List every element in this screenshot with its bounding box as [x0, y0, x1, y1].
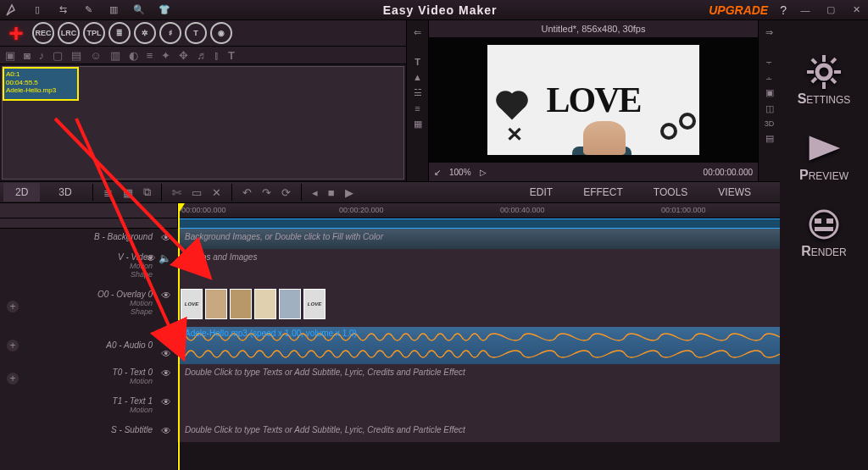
zoom-level[interactable]: 100%: [449, 168, 471, 177]
shirt-icon[interactable]: 👕: [158, 3, 171, 17]
eye-icon[interactable]: 👁: [161, 396, 171, 408]
battery-icon[interactable]: ▥: [110, 49, 120, 62]
lines-icon[interactable]: ≡: [415, 103, 420, 113]
track-head-audio[interactable]: + A0 - Audio 0 👁: [0, 327, 178, 364]
track-head-bg[interactable]: B - Background 👁: [0, 229, 178, 249]
menu-tools[interactable]: TOOLS: [654, 186, 687, 198]
eye-icon[interactable]: 👁: [161, 232, 171, 244]
tool-icon-1[interactable]: ⇆: [56, 3, 70, 17]
preview-button[interactable]: PREVIEW: [799, 130, 849, 183]
overlay-thumb[interactable]: [205, 289, 227, 319]
track-bg[interactable]: Background Images, or Double click to Fi…: [178, 229, 780, 249]
tune-icon[interactable]: ♬: [197, 49, 205, 62]
search-icon[interactable]: 🔍: [132, 3, 146, 17]
tl-undo-icon[interactable]: ↶: [241, 186, 253, 199]
person-icon[interactable]: ◉: [210, 22, 232, 44]
tl-prev-icon[interactable]: ◂: [310, 186, 320, 199]
list-icon[interactable]: ≣: [108, 22, 131, 44]
puzzle-icon[interactable]: ✥: [179, 49, 188, 62]
menu-views[interactable]: VIEWS: [718, 186, 751, 198]
tl-grid-icon[interactable]: ▦: [121, 186, 135, 199]
track-content[interactable]: 00:00:00.000 00:00:20.000 00:00:40.000 0…: [178, 203, 780, 470]
track-video[interactable]: Videos and Images: [178, 249, 780, 286]
help-button[interactable]: ?: [780, 3, 787, 17]
time-ruler[interactable]: 00:00:00.000 00:00:20.000 00:00:40.000 0…: [178, 203, 780, 218]
maximize-icon[interactable]: ▢: [824, 3, 837, 17]
pencil-icon[interactable]: ✎: [81, 3, 95, 17]
overlay-thumb[interactable]: [279, 289, 301, 319]
add-media-button[interactable]: +: [3, 25, 29, 41]
track-head-text1[interactable]: T1 - Text 1 👁 Motion: [0, 393, 178, 422]
playhead[interactable]: [178, 203, 180, 470]
menu-edit[interactable]: EDIT: [530, 186, 553, 198]
clip-icon[interactable]: ▢: [53, 49, 63, 62]
tl-cut-icon[interactable]: ▭: [190, 186, 203, 199]
align-h-icon[interactable]: ⫟: [765, 57, 774, 67]
music-note-icon[interactable]: ♪: [39, 49, 45, 62]
panels-icon[interactable]: ▥: [107, 3, 120, 17]
add-track-icon[interactable]: +: [7, 340, 19, 351]
bookmark-icon[interactable]: ▯: [31, 3, 44, 17]
track-head-video[interactable]: V - Video 👁 🔈 Motion Shape: [0, 249, 178, 286]
stroke-icon[interactable]: ☱: [414, 87, 422, 98]
eq-icon[interactable]: ⫿: [214, 49, 220, 62]
play-icon[interactable]: ▷: [480, 168, 487, 177]
close-icon[interactable]: ✕: [849, 3, 863, 17]
lyrics-button[interactable]: LRC: [58, 22, 80, 44]
overlay-thumb[interactable]: [230, 289, 252, 319]
upgrade-link[interactable]: UPGRADE: [709, 3, 768, 17]
tl-play-icon[interactable]: ▶: [343, 186, 355, 199]
tl-split-icon[interactable]: ✄: [170, 186, 183, 199]
track-text0[interactable]: Double Click to type Texts or Add Subtit…: [178, 364, 780, 393]
minimize-icon[interactable]: —: [798, 3, 812, 17]
menu-icon[interactable]: ≡: [147, 49, 153, 62]
text-overlay-icon[interactable]: T: [415, 57, 420, 67]
contrast-icon[interactable]: ◐: [129, 49, 138, 62]
eye-icon[interactable]: 👁: [161, 368, 171, 379]
tl-del-icon[interactable]: ✕: [210, 186, 223, 199]
eye-icon[interactable]: 👁: [161, 425, 171, 437]
grid-icon[interactable]: ♯: [159, 22, 181, 44]
template-button[interactable]: TPL: [83, 22, 105, 44]
lock-icon[interactable]: ▤: [765, 133, 774, 144]
bigtext-icon[interactable]: T: [228, 49, 235, 62]
track-overlay[interactable]: LOVE LOVE: [178, 286, 780, 327]
window-icon[interactable]: ◫: [765, 103, 774, 114]
track-text1[interactable]: [178, 393, 780, 422]
media-clip-audio[interactable]: A0:1 00:04:55.5 Adele-Hello.mp3: [3, 67, 79, 101]
text-tool-icon[interactable]: T: [185, 22, 207, 44]
smile-icon[interactable]: ☺: [90, 49, 101, 62]
seek-next-icon[interactable]: ⇒: [765, 27, 773, 38]
track-head-sub[interactable]: S - Subtitle 👁: [0, 422, 178, 442]
track-audio[interactable]: Adele-Hello.mp3 (speed x 1.00, volume x …: [178, 327, 780, 364]
overlay-clips[interactable]: LOVE LOVE: [178, 286, 328, 322]
flower-icon[interactable]: ✲: [134, 22, 156, 44]
shapes-icon[interactable]: ▲: [413, 72, 422, 82]
tl-redo-icon[interactable]: ↷: [260, 186, 273, 199]
preview-canvas[interactable]: LOVE ✕: [429, 37, 758, 163]
tl-refresh-icon[interactable]: ⟳: [280, 186, 292, 199]
tab-3d[interactable]: 3D: [47, 183, 83, 202]
view-imgs-icon[interactable]: ▣: [5, 49, 15, 62]
grid2-icon[interactable]: ▦: [414, 119, 422, 130]
sparkle-icon[interactable]: ✦: [161, 49, 170, 62]
track-head-text0[interactable]: + T0 - Text 0 👁 Motion: [0, 364, 178, 393]
layers-icon[interactable]: ▤: [71, 49, 81, 62]
toggle-icon[interactable]: ▣: [765, 87, 774, 98]
settings-button[interactable]: SETTINGS: [798, 54, 851, 107]
align-v-icon[interactable]: ⫠: [765, 72, 774, 82]
scrub-back-icon[interactable]: ↙: [434, 168, 441, 177]
tab-2d[interactable]: 2D: [3, 183, 40, 202]
eye-icon[interactable]: 👁: [161, 290, 171, 301]
render-button[interactable]: RENDER: [801, 207, 847, 259]
overlay-thumb[interactable]: [254, 289, 276, 319]
overlay-thumb[interactable]: LOVE: [303, 289, 326, 319]
menu-effect[interactable]: EFFECT: [583, 186, 623, 198]
record-button[interactable]: REC: [32, 22, 54, 44]
track-sub[interactable]: Double Click to type Texts or Add Subtit…: [178, 422, 780, 442]
track-head-overlay[interactable]: + O0 - Overlay 0 👁 Motion Shape: [0, 286, 178, 327]
overlay-thumb[interactable]: LOVE: [181, 289, 203, 319]
camera-icon[interactable]: ◙: [24, 49, 31, 62]
tl-tracks-icon[interactable]: ≣: [102, 186, 114, 199]
tl-stop-icon[interactable]: ■: [326, 186, 337, 199]
